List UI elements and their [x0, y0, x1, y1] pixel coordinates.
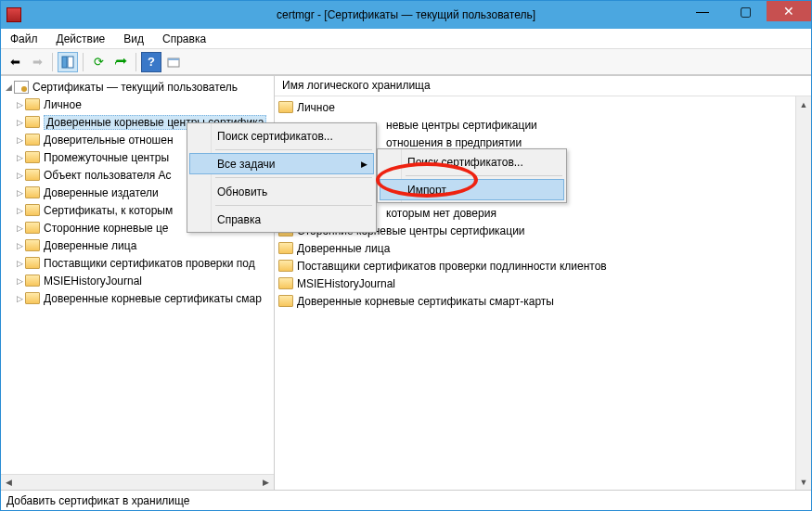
cert-store-icon: [14, 81, 29, 94]
expand-icon[interactable]: ▷: [14, 171, 25, 180]
horizontal-scrollbar[interactable]: ◀ ▶: [1, 474, 274, 490]
list-item-label: Поставщики сертификатов проверки подлинн…: [297, 260, 607, 273]
folder-icon: [278, 101, 293, 113]
svg-rect-0: [62, 57, 67, 68]
folder-icon: [25, 222, 40, 234]
context-menu-separator: [215, 149, 372, 150]
expand-icon[interactable]: ▷: [14, 294, 25, 303]
refresh-button[interactable]: ⟳: [88, 52, 109, 72]
expand-icon[interactable]: ▷: [14, 153, 25, 162]
menu-file[interactable]: Файл: [6, 31, 42, 47]
properties-button[interactable]: [163, 52, 184, 72]
list-item[interactable]: MSIEHistoryJournal: [275, 275, 811, 292]
tree-root[interactable]: ◢ Сертификаты — текущий пользователь: [1, 78, 274, 96]
tree-root-label: Сертификаты — текущий пользователь: [32, 81, 238, 94]
list-item[interactable]: Личное: [275, 98, 811, 116]
list-item-label: Доверенные корневые сертификаты смарт-ка…: [297, 295, 554, 308]
folder-icon: [25, 151, 40, 163]
context-submenu: Поиск сертификатов... Импорт...: [377, 148, 567, 203]
list-item-label: которым нет доверия: [386, 207, 496, 220]
folder-icon: [278, 242, 293, 254]
context-menu-separator: [215, 177, 372, 178]
tree-item-label: Доверенные лица: [44, 239, 136, 252]
vertical-scrollbar[interactable]: ▲ ▼: [795, 96, 811, 490]
tree-item-label: Доверенные корневые сертификаты смар: [44, 292, 262, 305]
ctx-help[interactable]: Справка: [189, 209, 374, 230]
tree-item[interactable]: ▷ Личное: [1, 96, 274, 113]
ctx-import[interactable]: Импорт...: [380, 179, 564, 200]
collapse-icon[interactable]: ◢: [3, 83, 14, 92]
ctx-label: Обновить: [217, 185, 267, 198]
tree-item-label: Промежуточные центры: [44, 151, 169, 164]
tree-item-label: Сертификаты, к которым: [44, 204, 173, 217]
list-item[interactable]: Поставщики сертификатов проверки подлинн…: [275, 257, 811, 275]
list-item-label: Доверенные лица: [297, 242, 390, 255]
expand-icon[interactable]: ▷: [14, 188, 25, 198]
show-tree-button[interactable]: [58, 52, 78, 72]
maximize-button[interactable]: ▢: [724, 1, 767, 21]
titlebar: certmgr - [Сертификаты — текущий пользов…: [1, 1, 811, 29]
app-icon: [6, 7, 21, 22]
column-header[interactable]: Имя логического хранилища: [275, 76, 811, 96]
expand-icon[interactable]: ▷: [14, 118, 25, 127]
minimize-button[interactable]: —: [681, 1, 724, 21]
submenu-arrow-icon: ▶: [361, 160, 367, 169]
statusbar: Добавить сертификат в хранилище: [1, 490, 811, 510]
help-button[interactable]: ?: [141, 52, 161, 72]
list-item-label: невые центры сертификации: [386, 119, 537, 132]
scroll-down-icon[interactable]: ▼: [796, 474, 811, 490]
list-item[interactable]: Доверенные лица: [275, 239, 811, 257]
menu-action[interactable]: Действие: [53, 31, 110, 47]
expand-icon[interactable]: ▷: [14, 100, 25, 109]
back-button[interactable]: ⬅: [5, 52, 25, 72]
expand-icon[interactable]: ▷: [14, 135, 25, 145]
tree-item[interactable]: ▷ MSIEHistoryJournal: [1, 272, 274, 289]
expand-icon[interactable]: ▷: [14, 259, 25, 268]
export-button[interactable]: ⮫: [110, 52, 131, 72]
expand-icon[interactable]: ▷: [14, 241, 25, 250]
context-menu: Поиск сертификатов... Все задачи ▶ Обнов…: [187, 122, 377, 233]
expand-icon[interactable]: ▷: [14, 206, 25, 215]
folder-icon: [25, 186, 40, 198]
list-item-label: Личное: [297, 101, 335, 114]
menubar: Файл Действие Вид Справка: [1, 29, 811, 49]
context-menu-separator: [215, 205, 372, 206]
svg-rect-1: [68, 57, 73, 68]
folder-icon: [25, 275, 40, 287]
folder-icon: [25, 204, 40, 216]
status-text: Добавить сертификат в хранилище: [6, 494, 189, 507]
scroll-up-icon[interactable]: ▲: [796, 96, 811, 112]
tree-item[interactable]: ▷ Поставщики сертификатов проверки под: [1, 254, 274, 272]
svg-rect-3: [168, 58, 179, 60]
ctx-label: Справка: [217, 213, 261, 226]
tree-item-label: Объект пользователя Ac: [44, 169, 172, 182]
folder-icon: [25, 169, 40, 181]
toolbar-separator: [52, 53, 53, 71]
folder-icon: [278, 277, 293, 289]
menu-help[interactable]: Справка: [159, 31, 210, 47]
scroll-left-icon[interactable]: ◀: [1, 475, 17, 490]
tree-item[interactable]: ▷ Доверенные лица: [1, 236, 274, 254]
toolbar-separator: [83, 53, 84, 71]
ctx-label: Импорт...: [407, 184, 455, 197]
forward-button[interactable]: ➡: [27, 52, 47, 72]
folder-icon: [278, 260, 293, 272]
close-button[interactable]: ✕: [767, 1, 811, 21]
menu-view[interactable]: Вид: [120, 31, 148, 47]
expand-icon[interactable]: ▷: [14, 276, 25, 286]
tree-item[interactable]: ▷ Доверенные корневые сертификаты смар: [1, 289, 274, 307]
ctx-all-tasks[interactable]: Все задачи ▶: [189, 153, 374, 174]
expand-icon[interactable]: ▷: [14, 224, 25, 233]
ctx-sub-find-certs[interactable]: Поиск сертификатов...: [380, 151, 564, 172]
list-item-label: отношения в предприятии: [386, 136, 522, 149]
list-item[interactable]: Доверенные корневые сертификаты смарт-ка…: [275, 292, 811, 310]
scroll-right-icon[interactable]: ▶: [258, 475, 274, 490]
ctx-refresh[interactable]: Обновить: [189, 181, 374, 202]
folder-icon: [25, 134, 40, 146]
ctx-find-certs[interactable]: Поиск сертификатов...: [189, 125, 374, 147]
folder-icon: [25, 98, 40, 110]
tree-item-label: Доверенные издатели: [44, 186, 159, 199]
toolbar: ⬅ ➡ ⟳ ⮫ ?: [1, 49, 811, 75]
folder-icon: [25, 257, 40, 269]
list-item-label: MSIEHistoryJournal: [297, 277, 395, 290]
